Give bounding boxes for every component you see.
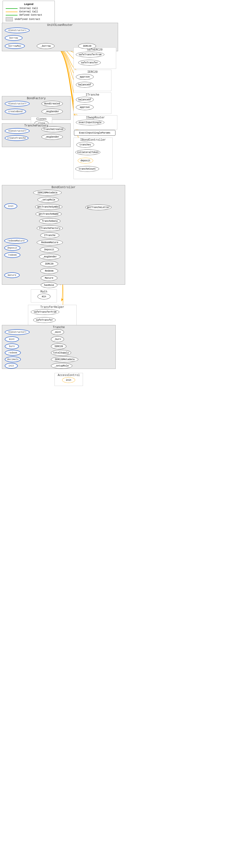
node-_mint: _mint [51,329,64,335]
node-msgsender-bond: _msgSender [41,108,63,114]
node-borrowmax: borrowMax [5,43,25,49]
internal-line-icon [6,8,18,9]
node-mature-left: mature [4,272,20,278]
cluster-accesscontrol-label: AccessControl [55,373,83,377]
node-createtranche: createTranche [5,135,28,141]
legend-undefined: Undefined Contract [6,17,52,21]
node-tranchecount: trancheCount [75,166,99,172]
node-ierc20-router: IERC20 [78,43,96,49]
node-ierc20-tr: IERC20 [51,343,66,349]
node-tranchedata: TrancheData [39,218,61,224]
cluster-univ3loanrouter-label: UniV3LoanRouter [2,23,118,27]
cluster-math-label: Math [31,290,57,294]
external-line-icon [6,11,18,12]
node-itranche-bc: ITranche [40,232,59,238]
node-constructor-tranche2: <Constructor> [5,329,30,335]
node-decimals-tr: decimals [5,356,21,362]
node-redeem-bc: Redeem [40,268,58,274]
node-msgsender-bc: _msgSender [39,254,61,259]
diagram-area: Legend Internal Call External Call Defin… [0,0,229,868]
cluster-bondcontroller: BondController [2,185,125,285]
node-approve-ierc: approve [76,74,94,80]
node-_borrow: _borrow [37,43,55,49]
node-ierc20metadata-bc: IERC20Metadata [33,190,62,195]
node-init-tr: init [5,363,18,369]
node-msgsender-tranche: _msgSender [41,134,63,140]
node-safetransferfrom-safe: safeTransferFrom [76,52,104,57]
legend-internal: Internal Call [6,7,52,10]
cluster-itranche: ITranche [73,93,111,114]
cluster-iswaprouter-label: ISwapRouter [74,116,117,120]
cluster-transferhelper-label: TransferHelper [28,305,76,309]
node-approve-itranche: approve [76,104,94,110]
node-trancheletter: getTrancheLetter [85,205,111,210]
legend-external-label: External Call [20,10,38,13]
node-deposit-ibc: deposit [78,158,93,163]
legend-external: External Call [6,10,52,13]
node-borrow: borrow [5,35,23,41]
legend-internal-label: Internal Call [20,7,38,10]
node-tranchecreated: TrancheCreated [41,126,65,132]
node-constructor-univ3: <Constructor> [5,28,30,33]
node-deposit-bc: Deposit [40,247,59,252]
node-safetransferfrom-th: safeTransferFrom [31,309,59,315]
node-balanceof-ierc: balanceOf [76,82,94,88]
node-createbond: createBond [5,108,26,114]
node-_burn: _burn [51,336,64,342]
node-safetransfer-th: safeTransfer [33,317,56,323]
cluster-tranche-label: Tranche [2,325,116,330]
node-tranchename: getTrancheName [36,211,62,217]
cluster-bondfactory: BondFactory [2,96,71,120]
node-constructor-tranchefactory: <Constructor> [5,128,30,134]
legend-defined: Defined Contract [6,14,52,17]
cluster-safeerc20: SafeERC20 [73,48,116,69]
node-min: min [37,294,51,299]
node-redeem-left: redeem [4,252,21,258]
node-totalsupply-tr: totalSupply [51,350,71,355]
node-burn-tr: burn [5,343,19,349]
cluster-itranche-label: ITranche [74,93,111,97]
node-exactinputsingle: exactInputSingle [76,120,104,125]
node-itranchefactory-bc: ITrancheFactory [37,225,63,231]
cluster-transferhelper: TransferHelper [28,305,76,326]
node-tranches: tranches [76,142,94,148]
node-ierc20metadata-tr: IERC20Metadata [51,356,78,362]
legend-box: Legend Internal Call External Call Defin… [3,1,55,24]
node-hasrole-bc: hasRole [41,282,57,288]
node-setuprole-tr: _setupRole [51,363,72,369]
node-init-ac: init [62,377,75,383]
node-redeemmature-bc: RedeemMature [37,240,63,245]
undefined-box-icon [6,17,13,21]
node-collateraltoken: collateralToken [75,150,100,155]
node-mint-tr: mint [5,336,19,342]
node-redeem-tr: redeem [5,350,21,355]
node-safetransfer-safe: safeTransfer [78,60,101,65]
node-mature-bc: Mature [41,275,57,281]
cluster-bondfactory-label: BondFactory [2,96,70,101]
node-ierc20-bc: IERC20 [40,261,58,267]
cluster-ierc20: IERC20 [73,70,111,91]
node-exactinputsingleparams: ExactInputSingleParams [74,130,116,136]
legend-defined-label: Defined Contract [20,14,42,17]
cluster-safeerc20-label: SafeERC20 [74,48,116,52]
node-deposit-left: deposit [4,245,21,251]
node-redeemmature-left: redeemMature [4,238,28,244]
defined-line-icon [6,15,18,16]
node-balanceof-itranche: balanceOf [76,97,94,102]
cluster-bondcontroller-label: BondController [2,185,125,190]
node-init-bc: init [4,203,17,209]
node-constructor-bond: <Constructor> [5,101,30,106]
node-setuprole-bc: _setupRole [37,197,59,203]
node-tranchesymbol: getTrancheSymbol [35,204,62,210]
legend-undefined-label: Undefined Contract [15,18,40,21]
legend-title: Legend [6,3,52,6]
cluster-ierc20-label: IERC20 [74,70,111,74]
node-bondcreated: BondCreated [41,101,63,106]
cluster-ibondcontroller-label: IBondController [74,138,112,142]
